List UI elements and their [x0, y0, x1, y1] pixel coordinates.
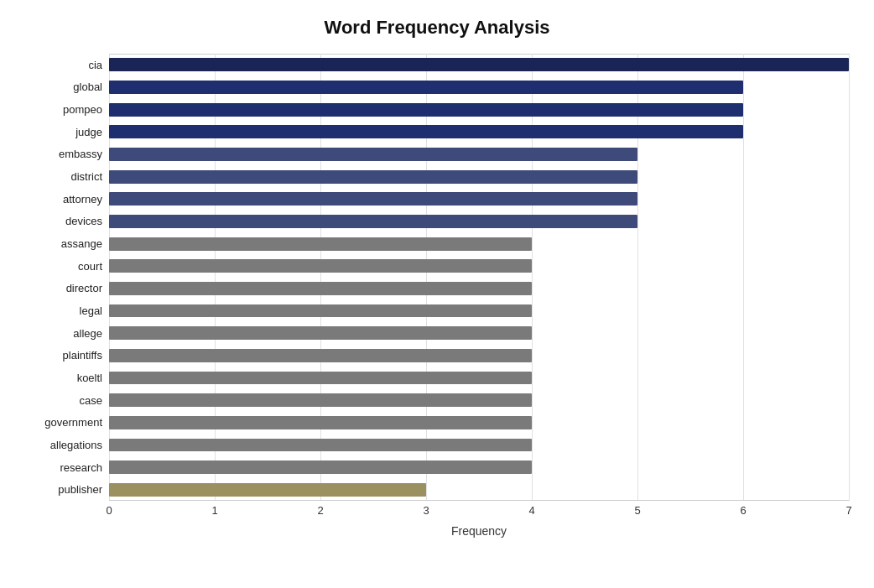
x-ticks: 01234567	[109, 504, 849, 521]
y-label: court	[25, 255, 109, 278]
bar-row	[109, 278, 849, 300]
bar	[109, 81, 743, 94]
y-label: koeltl	[25, 367, 109, 389]
y-label: research	[25, 456, 109, 479]
bar-row	[109, 165, 849, 188]
bar	[109, 58, 849, 71]
bar	[109, 372, 532, 385]
y-label: allegations	[25, 434, 109, 456]
x-tick: 7	[845, 504, 851, 517]
bar-row	[109, 345, 849, 367]
x-tick: 4	[528, 504, 534, 517]
y-label: plaintiffs	[25, 345, 109, 367]
bar-row	[109, 456, 849, 479]
x-axis-label: Frequency	[109, 524, 849, 538]
bar	[109, 215, 637, 228]
chart-title: Word Frequency Analysis	[25, 17, 849, 39]
y-label: assange	[25, 232, 109, 255]
y-label: embassy	[25, 143, 109, 166]
x-tick: 5	[634, 504, 640, 517]
y-label: allege	[25, 322, 109, 345]
y-label: cia	[25, 54, 109, 76]
bars-column	[109, 54, 849, 501]
bar	[109, 237, 532, 251]
bars-and-grid	[109, 54, 849, 501]
bar-row	[109, 121, 849, 143]
bar-row	[109, 143, 849, 166]
x-tick: 0	[106, 504, 112, 517]
bar	[109, 103, 743, 117]
bar	[109, 439, 532, 452]
bar	[109, 192, 637, 206]
bar	[109, 416, 532, 429]
bar-row	[109, 211, 849, 233]
y-label: global	[25, 76, 109, 99]
bar-row	[109, 255, 849, 278]
bar	[109, 148, 637, 161]
bar	[109, 461, 532, 474]
chart-area: ciaglobalpompeojudgeembassydistrictattor…	[25, 54, 849, 501]
bar-row	[109, 232, 849, 255]
x-tick: 6	[740, 504, 746, 517]
y-label: legal	[25, 299, 109, 322]
x-tick: 2	[317, 504, 323, 517]
x-tick: 3	[423, 504, 429, 517]
bar	[109, 483, 426, 497]
y-label: attorney	[25, 188, 109, 211]
y-labels: ciaglobalpompeojudgeembassydistrictattor…	[25, 54, 109, 501]
bar-row	[109, 412, 849, 434]
bar-row	[109, 76, 849, 99]
bar	[109, 304, 532, 318]
x-tick: 1	[211, 504, 217, 517]
y-label: director	[25, 278, 109, 300]
y-label: judge	[25, 121, 109, 143]
bar-row	[109, 434, 849, 456]
bar	[109, 259, 532, 273]
bar-row	[109, 98, 849, 121]
grid-line	[849, 54, 850, 501]
bar	[109, 326, 532, 340]
bar	[109, 282, 532, 295]
bar-row	[109, 367, 849, 389]
bar-row	[109, 322, 849, 345]
chart-container: Word Frequency Analysis ciaglobalpompeoj…	[0, 0, 874, 588]
bar-row	[109, 478, 849, 501]
y-label: government	[25, 412, 109, 434]
bar	[109, 349, 532, 362]
bar-row	[109, 54, 849, 76]
bar-row	[109, 188, 849, 211]
y-label: publisher	[25, 478, 109, 501]
bar	[109, 170, 637, 184]
bar	[109, 125, 743, 138]
bar-row	[109, 389, 849, 412]
x-axis-area: 01234567 Frequency	[109, 504, 849, 538]
y-label: case	[25, 389, 109, 412]
y-label: devices	[25, 211, 109, 233]
bar	[109, 393, 532, 407]
bar-row	[109, 299, 849, 322]
y-label: district	[25, 165, 109, 188]
y-label: pompeo	[25, 98, 109, 121]
